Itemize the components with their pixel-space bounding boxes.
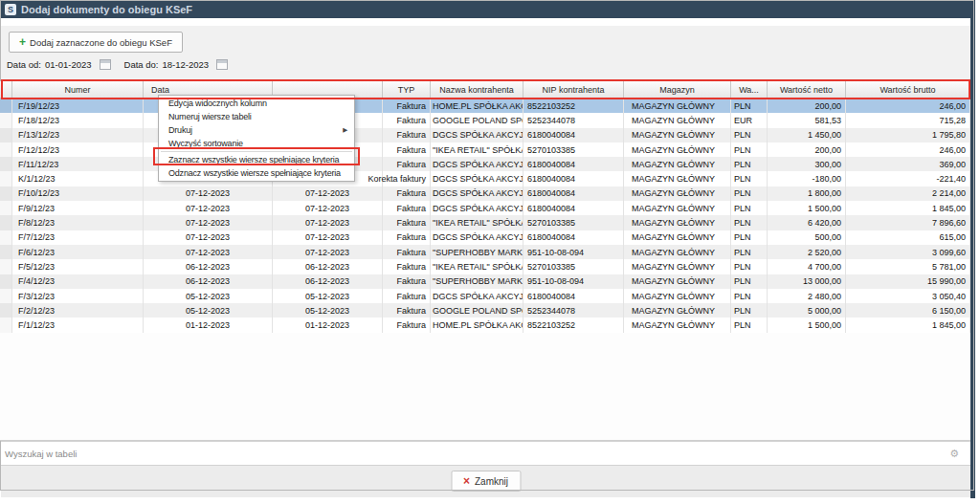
cell-magazyn: MAGAZYN GŁÓWNY — [624, 259, 731, 274]
cell-typ-value: Faktura — [396, 130, 426, 140]
cell-nazwa: HOME.PL SPÓŁKA AKCYJN — [431, 318, 523, 332]
close-button[interactable]: × Zamknij — [451, 471, 521, 492]
table-row[interactable]: F/18/12/23FakturaGOOGLE POLAND SPÓŁKA525… — [0, 113, 970, 127]
search-input[interactable]: Wyszukaj w tabeli — [5, 449, 77, 459]
table-row[interactable]: F/10/12/2307-12-202307-12-2023FakturaDGC… — [0, 186, 970, 201]
cell-typ-value: Faktura — [396, 292, 426, 301]
cell-numer: F/11/12/23 — [12, 157, 144, 171]
cell-nip: 951-10-08-094 — [523, 274, 624, 289]
context-menu-item[interactable]: Edycja widocznych kolumn — [159, 97, 354, 110]
column-header-typ[interactable]: TYP — [383, 81, 431, 98]
context-menu-item-label: Drukuj — [168, 125, 192, 135]
cell-netto: 200,00 — [768, 142, 846, 157]
cell-magazyn: MAGAZYN GŁÓWNY — [624, 113, 731, 127]
cell-numer: F/10/12/23 — [12, 186, 144, 201]
toolbar: + Dodaj zaznaczone do obiegu KSeF Data o… — [1, 26, 970, 81]
table-row[interactable]: F/9/12/2307-12-202307-12-2023FakturaDGCS… — [0, 201, 970, 215]
cell-waluta: PLN — [731, 142, 768, 157]
calendar-icon-from[interactable] — [100, 59, 111, 70]
cell-typ: Faktura — [383, 245, 431, 259]
cell-data1: 07-12-2023 — [144, 215, 273, 230]
table-row[interactable]: F/1/12/2301-12-202301-12-2023FakturaHOME… — [0, 318, 970, 332]
context-menu-item[interactable]: Odznacz wszystkie wiersze spełniające kr… — [159, 166, 354, 180]
table-row[interactable]: F/4/12/2306-12-202306-12-2023Faktura"SUP… — [0, 274, 970, 289]
cell-select — [0, 171, 12, 186]
cell-nazwa: "IKEA RETAIL" SPÓŁKA Z O — [431, 215, 523, 230]
cell-numer: F/9/12/23 — [12, 201, 144, 215]
cell-nip: 5252344078 — [523, 303, 624, 318]
context-menu-item-label: Odznacz wszystkie wiersze spełniające kr… — [168, 168, 341, 178]
context-menu-item[interactable]: Numeruj wiersze tabeli — [159, 110, 354, 123]
column-header-brutto[interactable]: Wartość brutto — [846, 81, 970, 98]
cell-nip: 8522103252 — [523, 99, 624, 113]
cell-waluta: PLN — [731, 318, 768, 332]
close-x-icon: × — [463, 476, 470, 486]
context-menu-item-label: Edycja widocznych kolumn — [168, 99, 267, 108]
table-row[interactable]: F/2/12/2305-12-202305-12-2023FakturaGOOG… — [0, 303, 970, 318]
column-header-waluta[interactable]: Wa... — [731, 81, 768, 98]
table-row[interactable]: F/5/12/2306-12-202306-12-2023Faktura"IKE… — [0, 259, 970, 274]
titlebar[interactable]: S Dodaj dokumenty do obiegu KSeF — [0, 0, 975, 18]
cell-brutto: 15 990,00 — [846, 274, 970, 289]
date-from-label: Data od: — [7, 59, 41, 70]
column-header-nip[interactable]: NIP kontrahenta — [523, 81, 624, 98]
cell-magazyn: MAGAZYN GŁÓWNY — [624, 186, 731, 201]
context-menu-item[interactable]: Zaznacz wszystkie wiersze spełniające kr… — [159, 153, 354, 166]
context-menu-item-label: Numeruj wiersze tabeli — [168, 112, 252, 121]
window-right-border — [970, 8, 975, 498]
cell-typ-value: Faktura — [396, 116, 426, 125]
cell-numer: F/7/12/23 — [12, 230, 144, 245]
cell-data1: 06-12-2023 — [144, 259, 273, 274]
date-to-value[interactable]: 18-12-2023 — [162, 59, 209, 70]
table-row[interactable]: F/3/12/2305-12-202305-12-2023FakturaDGCS… — [0, 289, 970, 303]
column-header-nazwa[interactable]: Nazwa kontrahenta — [431, 81, 523, 98]
add-selected-to-ksef-button[interactable]: + Dodaj zaznaczone do obiegu KSeF — [9, 32, 183, 53]
cell-select — [0, 289, 12, 303]
column-header-select[interactable] — [0, 81, 12, 98]
cell-typ-value: Faktura — [396, 204, 426, 213]
cell-nip: 5252344078 — [523, 113, 624, 127]
column-header-numer[interactable]: Numer — [12, 81, 144, 98]
table-row[interactable]: F/6/12/2307-12-202307-12-2023Faktura"SUP… — [0, 245, 970, 259]
cell-magazyn: MAGAZYN GŁÓWNY — [624, 201, 731, 215]
cell-data2: 07-12-2023 — [273, 201, 383, 215]
footer-bar: × Zamknij — [1, 466, 970, 497]
cell-nip: 6180040084 — [523, 128, 624, 142]
cell-brutto: 7 896,60 — [846, 215, 970, 230]
cell-typ: Faktura — [383, 303, 431, 318]
table-row[interactable]: K/1/12/23Korekta fakturyDGCS SPÓŁKA AKCY… — [0, 171, 970, 186]
cell-select — [0, 274, 12, 289]
table-row[interactable]: F/12/12/23Faktura"IKEA RETAIL" SPÓŁKA Z … — [0, 142, 970, 157]
cell-waluta: PLN — [731, 186, 768, 201]
cell-data2: 07-12-2023 — [273, 245, 383, 259]
calendar-icon-to[interactable] — [216, 59, 228, 70]
cell-brutto: 615,00 — [846, 230, 970, 245]
cell-typ-value: Faktura — [396, 306, 426, 316]
table-row[interactable]: F/11/12/23FakturaDGCS SPÓŁKA AKCYJNA6180… — [0, 157, 970, 171]
cell-netto: 500,00 — [768, 230, 846, 245]
date-from-value[interactable]: 01-01-2023 — [45, 59, 92, 70]
cell-brutto: 1 845,00 — [846, 201, 970, 215]
cell-magazyn: MAGAZYN GŁÓWNY — [624, 274, 731, 289]
cell-nip: 6180040084 — [523, 171, 624, 186]
cell-nazwa: DGCS SPÓŁKA AKCYJNA — [431, 157, 523, 171]
cell-nip: 6180040084 — [523, 201, 624, 215]
table-row[interactable]: F/13/12/23FakturaDGCS SPÓŁKA AKCYJNA6180… — [0, 128, 970, 142]
cell-numer: F/18/12/23 — [12, 113, 144, 127]
table-row[interactable]: F/7/12/2307-12-202307-12-2023FakturaDGCS… — [0, 230, 970, 245]
cell-typ: Faktura — [383, 99, 431, 113]
cell-netto: 2 480,00 — [768, 289, 846, 303]
column-header-magazyn[interactable]: Magazyn — [624, 81, 731, 98]
cell-brutto: 1 795,80 — [846, 128, 970, 142]
cell-brutto: -221,40 — [846, 171, 970, 186]
context-menu-item-label: Zaznacz wszystkie wiersze spełniające kr… — [168, 155, 339, 164]
context-menu-item[interactable]: Drukuj▶ — [159, 123, 354, 137]
context-menu-item[interactable]: Wyczyść sortowanie — [159, 137, 354, 150]
cell-nip: 6180040084 — [523, 230, 624, 245]
gear-icon[interactable]: ⚙ — [949, 448, 959, 460]
cell-brutto: 246,00 — [846, 99, 970, 113]
cell-netto: 1 500,00 — [768, 201, 846, 215]
table-row[interactable]: F/8/12/2307-12-202307-12-2023Faktura"IKE… — [0, 215, 970, 230]
column-header-netto[interactable]: Wartość netto — [768, 81, 846, 98]
table-row[interactable]: F/19/12/23FakturaHOME.PL SPÓŁKA AKCYJN85… — [0, 99, 970, 113]
